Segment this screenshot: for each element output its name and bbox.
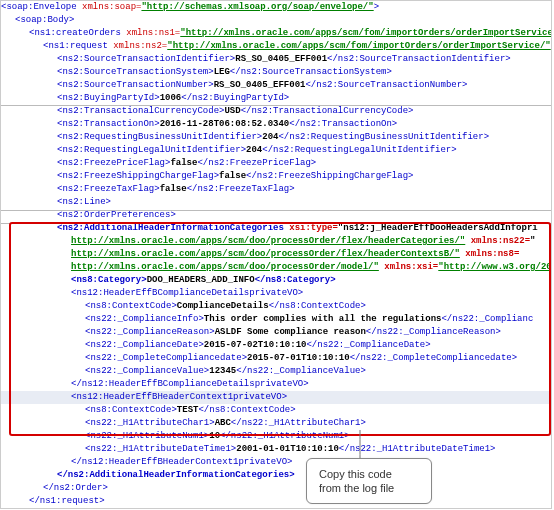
ahic-xsi: http://xmlns.oracle.com/apps/scm/doo/pro…: [1, 261, 551, 274]
request-close: </ns1:request>: [1, 495, 551, 508]
context-code-1: <ns8:ContextCode>ComplianceDetails</ns8:…: [1, 300, 551, 313]
ahic-ns8: http://xmlns.oracle.com/apps/scm/doo/pro…: [1, 248, 551, 261]
freeze-shipping-charge-flag: <ns2:FreezeShippingChargeFlag>false</ns2…: [1, 170, 551, 183]
source-transaction-system: <ns2:SourceTransactionSystem>LEG</ns2:So…: [1, 66, 551, 79]
compliance-vo-open: <ns12:HeaderEffBComplianceDetailsprivate…: [1, 287, 551, 300]
additional-header-info-open: <ns2:AdditionalHeaderInformationCategori…: [1, 222, 551, 235]
transactional-currency-code: <ns2:TransactionalCurrencyCode>USD</ns2:…: [1, 105, 551, 118]
soap-envelope-open: <soap:Envelope xmlns:soap="http://schema…: [1, 1, 551, 14]
h1-attribute-char1: <ns22:_H1AttributeChar1>ABC</ns22:_H1Att…: [1, 417, 551, 430]
compliance-date: <ns22:_ComplianceDate>2015-07-02T10:10:1…: [1, 339, 551, 352]
additional-header-info-close: </ns2:AdditionalHeaderInformationCategor…: [1, 469, 551, 482]
line-element: <ns2:Line>: [1, 196, 551, 209]
header-vo-close: </ns12:HeaderEffBHeaderContext1privateVO…: [1, 456, 551, 469]
xml-snippet: <soap:Envelope xmlns:soap="http://schema…: [0, 0, 552, 509]
header-vo-open: <ns12:HeaderEffBHeaderContext1privateVO>: [1, 391, 551, 404]
transaction-on: <ns2:TransactionOn>2016-11-28T06:08:52.0…: [1, 118, 551, 131]
category: <ns8:Category>DOO_HEADERS_ADD_INFO</ns8:…: [1, 274, 551, 287]
request-open: <ns1:request xmlns:ns2="http://xmlns.ora…: [1, 40, 551, 53]
source-transaction-number: <ns2:SourceTransactionNumber>RS_SO_0405_…: [1, 79, 551, 92]
buying-party-id: <ns2:BuyingPartyId>1006</ns2:BuyingParty…: [1, 92, 551, 105]
source-transaction-identifier: <ns2:SourceTransactionIdentifier>RS_SO_0…: [1, 53, 551, 66]
complete-compliance-date: <ns22:_CompleteCompliancedate>2015-07-01…: [1, 352, 551, 365]
callout-box: Copy this code from the log file: [306, 458, 432, 504]
create-orders-open: <ns1:createOrders xmlns:ns1="http://xmln…: [1, 27, 551, 40]
h1-attribute-num1: <ns22:_H1AttributeNum1>10</ns22:_H1Attri…: [1, 430, 551, 443]
compliance-value: <ns22:_ComplianceValue>12345</ns22:_Comp…: [1, 365, 551, 378]
ahic-ns22: http://xmlns.oracle.com/apps/scm/doo/pro…: [1, 235, 551, 248]
freeze-price-flag: <ns2:FreezePriceFlag>false</ns2:FreezePr…: [1, 157, 551, 170]
order-preferences: <ns2:OrderPreferences>: [1, 209, 551, 222]
order-close: </ns2:Order>: [1, 482, 551, 495]
compliance-info: <ns22:_ComplianceInfo>This order complie…: [1, 313, 551, 326]
requesting-legal-unit-identifier: <ns2:RequestingLegalUnitIdentifier>204</…: [1, 144, 551, 157]
h1-attribute-datetime1: <ns22:_H1AttributeDateTime1>2001-01-01T1…: [1, 443, 551, 456]
requesting-business-unit-identifier: <ns2:RequestingBusinessUnitIdentifier>20…: [1, 131, 551, 144]
callout-text: Copy this code from the log file: [319, 468, 394, 494]
compliance-reason: <ns22:_ComplianceReason>ASLDF Some compl…: [1, 326, 551, 339]
compliance-vo-close: </ns12:HeaderEffBComplianceDetailsprivat…: [1, 378, 551, 391]
soap-body-open: <soap:Body>: [1, 14, 551, 27]
context-code-2: <ns8:ContextCode>TEST</ns8:ContextCode>: [1, 404, 551, 417]
freeze-tax-flag: <ns2:FreezeTaxFlag>false</ns2:FreezeTaxF…: [1, 183, 551, 196]
